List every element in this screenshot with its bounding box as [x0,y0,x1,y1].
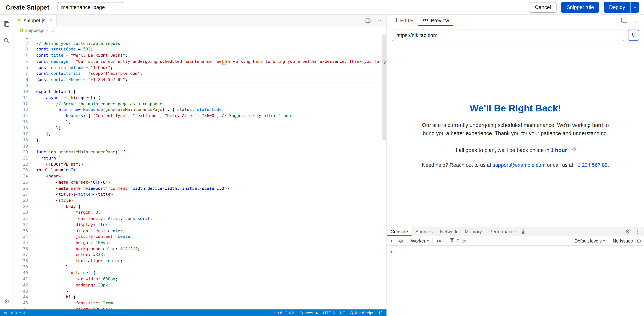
code-line[interactable]: 30 margin: 0; [14,210,387,216]
device-toolbar-icon[interactable] [633,17,639,24]
language-mode[interactable]: {} JavaScript [350,310,374,315]
code-editor[interactable]: 12// Define your customizable inputs3con… [14,35,387,309]
devtools-settings-gear-icon[interactable]: ⚙ [625,228,630,235]
code-line[interactable]: 44 h1 { [14,294,387,300]
settings-gear-icon[interactable]: ⚙ [0,298,14,305]
breadcrumb[interactable]: JS snippet.js › … [14,26,387,35]
deploy-button[interactable]: Deploy [604,2,630,13]
console-output[interactable]: > [387,246,644,316]
support-email-link[interactable]: support@example.com [492,162,546,168]
code-line[interactable]: 46 color: #0056b3; [14,306,387,309]
code-line[interactable]: 26 <meta name="viewport" content="width=… [14,185,387,191]
code-line[interactable]: 40 .container { [14,270,387,276]
cursor-position[interactable]: Ln 8, Col 2 [274,310,294,315]
code-line[interactable]: 27 <title>${title}</title> [14,192,387,198]
snippet-rule-button[interactable]: Snippet rule [561,2,599,13]
code-line[interactable]: 33 align-items: center; [14,228,387,234]
code-line[interactable]: 45 font-size: 2rem; [14,300,387,306]
code-line[interactable]: 6const estimatedTime = "1 hour"; [14,65,387,71]
clear-console-icon[interactable]: ⊘ [399,238,403,244]
live-expression-eye-icon[interactable] [436,239,442,243]
code-line[interactable]: 23<html lang="en"> [14,167,387,173]
code-line[interactable]: 7const contactEmail = "support@example.c… [14,71,387,77]
context-selector[interactable]: Worker ▾ [411,238,429,243]
notifications-bell-icon[interactable] [379,310,383,315]
devtools-tab-sources[interactable]: Sources [412,227,436,236]
snippet-name-input[interactable] [57,2,123,12]
tab-preview[interactable]: Preview [418,15,454,26]
eol-selector[interactable]: LF [340,310,345,315]
code-line[interactable]: 12 // Serve the maintenance page as a re… [14,101,387,107]
cancel-button[interactable]: Cancel [529,2,557,13]
kebab-menu-icon[interactable]: ⋮ [635,228,640,235]
panel-layout-icon[interactable] [622,17,627,24]
devtools-tab-console[interactable]: Console [387,227,412,236]
code-line[interactable]: 18}; [14,137,387,143]
deploy-dropdown-button[interactable]: ▾ [630,2,639,13]
console-sidebar-toggle-icon[interactable] [390,239,395,243]
code-line[interactable]: 42 padding: 20px; [14,282,387,288]
code-line[interactable]: 13 return new Response(generateMaintenan… [14,107,387,113]
code-line[interactable]: 21 return ` [14,155,387,161]
code-line[interactable]: 36 background-color: #f4f4f4; [14,246,387,252]
code-line[interactable]: 16 }); [14,125,387,131]
code-line[interactable]: 15 }, [14,119,387,125]
code-line[interactable]: 3const statusCode = 503; [14,47,387,53]
code-line[interactable]: 2// Define your customizable inputs [14,41,387,47]
code-line[interactable]: 38 text-align: center; [14,258,387,264]
code-line[interactable]: 17 }, [14,131,387,137]
code-line[interactable]: 41 max-width: 600px; [14,276,387,282]
code-line[interactable]: 29 body { [14,204,387,210]
tab-snippet-js[interactable]: JS snippet.js × [14,15,57,26]
code-text: body { [36,204,80,210]
code-line[interactable]: 10export default { [14,89,387,95]
code-line[interactable]: 25 <meta charset="UTF-8"> [14,179,387,185]
search-icon[interactable] [3,37,10,45]
warning-count: 0 [23,310,25,315]
code-line[interactable]: 39 } [14,264,387,270]
code-text: background-color: #f4f4f4; [36,246,140,252]
code-line[interactable]: 28 <style> [14,198,387,204]
console-prompt[interactable]: > [390,249,393,255]
code-line[interactable]: 22 <!DOCTYPE html> [14,161,387,167]
code-line[interactable]: 37 color: #333; [14,252,387,258]
code-line[interactable]: 24 <head> [14,174,387,179]
code-line[interactable]: 19 [14,143,387,149]
remote-indicator-icon[interactable]: >< [4,311,7,315]
deploy-button-group: Deploy ▾ [604,2,639,13]
code-line[interactable]: 34 justify-content: center; [14,234,387,240]
editor-scrollbar[interactable] [382,35,386,140]
code-line[interactable]: 1 [14,35,387,41]
code-line[interactable]: 14 headers: { "Content-Type": "text/html… [14,113,387,119]
code-line[interactable]: 31 font-family: Arial, sans-serif; [14,216,387,222]
problems-indicator[interactable]: ⊗ 0 ⚠ 0 [10,310,25,315]
encoding[interactable]: UTF-8 [323,310,335,315]
code-line[interactable]: 43 } [14,288,387,294]
code-line[interactable]: 5const message = "Our site is currently … [14,59,387,65]
more-actions-icon[interactable]: ⋯ [376,17,382,23]
split-editor-icon[interactable] [366,18,370,23]
console-filter-input[interactable]: Filter [450,238,571,243]
code-line[interactable]: 11 async fetch(request) { [14,95,387,101]
code-line[interactable]: 35 height: 100vh; [14,240,387,246]
issues-counter[interactable]: No Issues [613,238,633,243]
url-input[interactable] [392,29,624,41]
code-line[interactable]: 20function generateMaintenancePage() { [14,149,387,155]
code-text: margin: 0; [36,210,100,216]
preview-tab-bar: ⇅ HTTP Preview [387,15,644,26]
devtools-tab-network[interactable]: Network [436,227,461,236]
code-line[interactable]: 4const title = "We'll Be Right Back!"; [14,53,387,59]
close-icon[interactable]: × [50,17,53,23]
code-line[interactable]: 9 [14,83,387,89]
indentation[interactable]: Spaces: 4 [300,310,318,315]
tab-http[interactable]: ⇅ HTTP [389,15,418,26]
log-levels-selector[interactable]: Default levels ▾ [574,238,605,243]
code-line[interactable]: 32 display: flex; [14,222,387,228]
refresh-button[interactable]: ↻ [628,30,639,41]
devtools-tab-performance[interactable]: Performance [486,227,520,236]
console-settings-gear-icon[interactable]: ⚙ [636,238,641,244]
devtools-tab-memory[interactable]: Memory [461,227,486,236]
copy-files-icon[interactable] [3,20,10,28]
code-line[interactable]: 8const contactPhone = "+1 234 567 89"; [14,77,387,83]
phone-link[interactable]: +1 234 567 89 [575,162,608,168]
